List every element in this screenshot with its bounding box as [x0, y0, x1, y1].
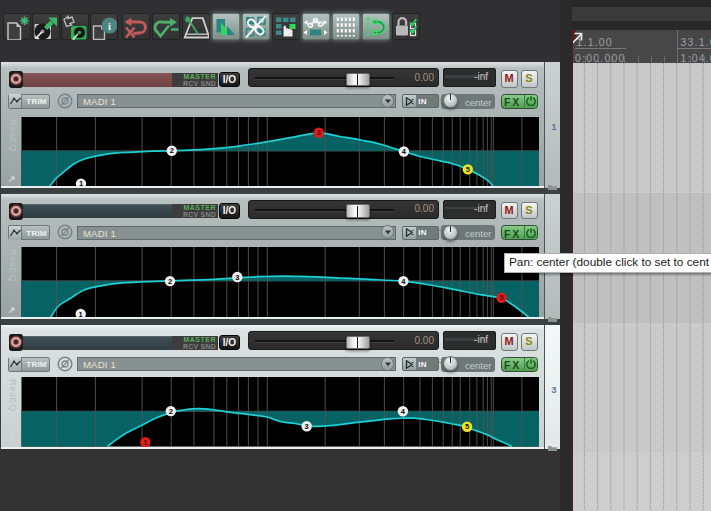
svg-text:5: 5 — [465, 422, 469, 431]
svg-text:1: 1 — [143, 438, 147, 447]
svg-text:3: 3 — [235, 272, 239, 281]
svg-text:2: 2 — [170, 146, 174, 155]
svg-text:1: 1 — [79, 179, 83, 186]
svg-text:3: 3 — [317, 128, 321, 137]
svg-text:1: 1 — [79, 309, 83, 317]
svg-text:2: 2 — [169, 407, 173, 416]
svg-text:5: 5 — [499, 293, 503, 302]
svg-text:2: 2 — [168, 276, 172, 285]
svg-text:3: 3 — [305, 422, 309, 431]
svg-text:i: i — [108, 19, 111, 31]
svg-text:5: 5 — [466, 165, 470, 174]
